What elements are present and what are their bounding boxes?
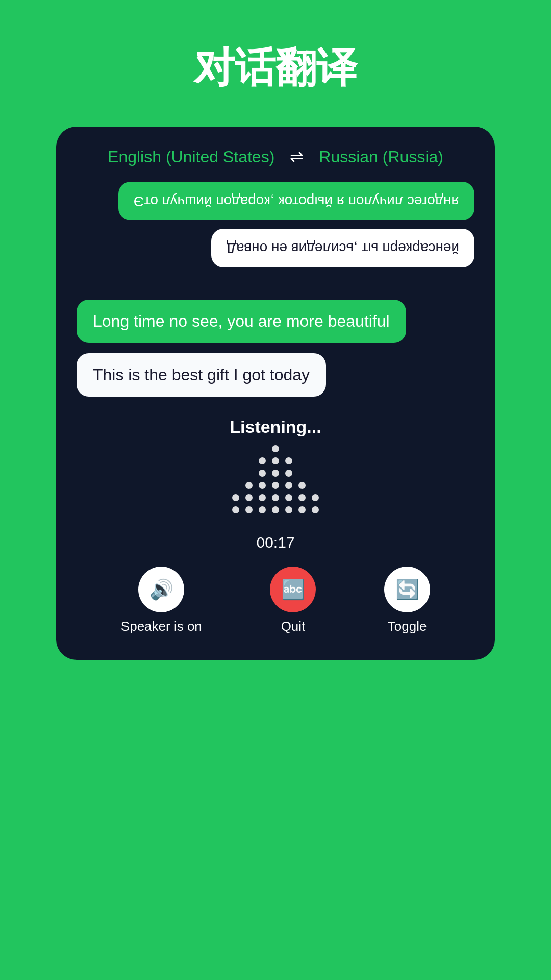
- speaker-icon-circle: 🔊: [138, 567, 184, 612]
- dot: [245, 482, 253, 489]
- dot: [272, 445, 279, 452]
- green-bubble-text: Long time no see, you are more beautiful: [93, 312, 390, 330]
- language-header: English (United States) ⇌ Russian (Russi…: [77, 147, 474, 166]
- dot: [272, 494, 279, 501]
- dot: [259, 494, 266, 501]
- dot: [232, 494, 239, 501]
- dot: [245, 494, 253, 501]
- white-bubble-text: This is the best gift I got today: [93, 365, 310, 384]
- speaker-label: Speaker is on: [121, 619, 202, 634]
- dot: [285, 470, 292, 477]
- dot: [298, 494, 306, 501]
- dot: [298, 506, 306, 513]
- dot-col-2: [245, 482, 253, 513]
- speaker-button[interactable]: 🔊 Speaker is on: [121, 567, 202, 634]
- dot: [312, 494, 319, 501]
- dot-col-4: [272, 445, 279, 513]
- dot: [272, 482, 279, 489]
- toggle-icon: 🔄: [395, 578, 419, 601]
- quit-button[interactable]: 🔤 Quit: [270, 567, 316, 634]
- dot-col-5: [285, 457, 292, 513]
- toggle-button[interactable]: 🔄 Toggle: [384, 567, 430, 634]
- page-title: 对话翻译: [194, 41, 357, 96]
- listening-label: Listening...: [230, 417, 321, 437]
- dot: [232, 506, 239, 513]
- dot: [285, 506, 292, 513]
- flipped-white-bubble: Давно не виделись, ты прекрасней: [211, 229, 474, 267]
- timer-display: 00:17: [256, 534, 294, 551]
- section-divider: [77, 289, 474, 289]
- listening-section: Listening...: [77, 417, 474, 551]
- bottom-controls: 🔊 Speaker is on 🔤 Quit 🔄 Toggle: [77, 567, 474, 634]
- speaker-icon: 🔊: [149, 578, 173, 601]
- quit-icon-circle: 🔤: [270, 567, 316, 612]
- dot: [259, 482, 266, 489]
- dot: [285, 457, 292, 464]
- dot: [298, 482, 306, 489]
- dot: [272, 470, 279, 477]
- dot: [285, 494, 292, 501]
- dot-col-6: [298, 482, 306, 513]
- dot: [245, 506, 253, 513]
- dot-col-1: [232, 494, 239, 513]
- white-bubble: This is the best gift I got today: [77, 353, 326, 397]
- source-language[interactable]: English (United States): [108, 148, 274, 166]
- flipped-green-bubble: Это лучший подарок, который я получил се…: [118, 182, 474, 220]
- flipped-green-text: Это лучший подарок, который я получил се…: [134, 193, 459, 209]
- green-bubble: Long time no see, you are more beautiful: [77, 300, 406, 343]
- dot-col-7: [312, 494, 319, 513]
- quit-label: Quit: [281, 619, 306, 634]
- dot-col-3: [259, 457, 266, 513]
- dot: [272, 506, 279, 513]
- dot: [259, 457, 266, 464]
- translation-card: English (United States) ⇌ Russian (Russi…: [56, 127, 495, 660]
- dot: [272, 457, 279, 464]
- target-language[interactable]: Russian (Russia): [319, 148, 443, 166]
- translate-icon: 🔤: [281, 578, 305, 601]
- top-message-section: Это лучший подарок, который я получил се…: [77, 182, 474, 284]
- flipped-white-text: Давно не виделись, ты прекрасней: [227, 240, 459, 256]
- toggle-label: Toggle: [388, 619, 427, 634]
- toggle-icon-circle: 🔄: [384, 567, 430, 612]
- bottom-message-section: Long time no see, you are more beautiful…: [77, 295, 474, 397]
- dot: [312, 506, 319, 513]
- swap-icon[interactable]: ⇌: [290, 147, 304, 166]
- waveform-visualizer: [232, 447, 319, 519]
- dot: [259, 506, 266, 513]
- dot: [285, 482, 292, 489]
- dot: [259, 470, 266, 477]
